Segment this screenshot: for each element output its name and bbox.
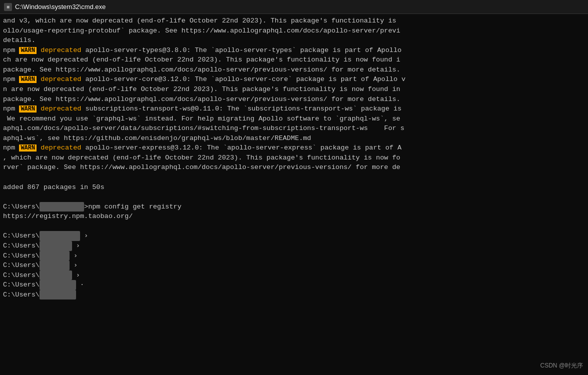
deprecated-1: deprecated [37,46,81,54]
warn-badge-1: WARN [19,47,37,54]
blurred-username-5 [40,260,70,270]
line-3: details. [3,36,585,46]
terminal-body: and v3, which are now deprecated (end-of… [0,14,588,375]
blurred-username-8 [40,290,76,300]
blurred-username-7 [40,280,76,290]
line-prompt-3: C:\Users\ › [3,251,585,261]
deprecated-4: deprecated [37,144,81,152]
line-6: package. See https://www.apollographql.c… [3,65,585,75]
line-prompt-cmd: C:\Users\ >npm config get registry [3,202,585,212]
line-registry: https://registry.npm.taobao.org/ [3,212,585,222]
line-2: ollo/usage-reporting-protobuf` package. … [3,26,585,36]
line-blank-3 [3,222,585,232]
line-prompt-2: C:\Users\ › [3,241,585,251]
line-prompt-4: C:\Users\ › [3,260,585,270]
window-title: C:\Windows\system32\cmd.exe [15,3,106,10]
line-prompt-6: C:\Users\ · [3,280,585,290]
blurred-username-4 [40,251,70,261]
deprecated-2: deprecated [37,76,81,83]
blurred-username-1 [40,202,84,212]
line-blank-2 [3,192,585,202]
line-13: aphql-ws`, see https://github.com/enisde… [3,134,585,144]
line-15: , which are now deprecated (end-of-life … [3,153,585,163]
warn-badge-2: WARN [19,76,37,83]
watermark: CSDN @时光序 [540,362,583,370]
line-prompt-1: C:\Users\ › [3,231,585,241]
line-7: npm WARN deprecated apollo-server-core@3… [3,74,585,84]
line-9: package. See https://www.apollographql.c… [3,94,585,104]
line-prompt-7: C:\Users\ [3,290,585,300]
cmd-icon: ■ [4,3,12,11]
line-11: We recommend you use `graphql-ws` instea… [3,114,585,124]
warn-badge-4: WARN [19,144,37,152]
line-5: ch are now deprecated (end-of-life Octob… [3,55,585,65]
line-prompt-5: C:\Users\ › [3,270,585,280]
line-blank-1 [3,172,585,182]
line-12: aphql.com/docs/apollo-server/data/subscr… [3,124,585,134]
line-14: npm WARN deprecated apollo-server-expres… [3,143,585,153]
line-1: and v3, which are now deprecated (end-of… [3,16,585,26]
line-4: npm WARN deprecated apollo-server-types@… [3,46,585,56]
blurred-username-2 [40,231,80,241]
title-bar: ■ C:\Windows\system32\cmd.exe [0,0,588,14]
deprecated-3: deprecated [37,105,81,112]
line-10: npm WARN deprecated subscriptions-transp… [3,104,585,114]
line-8: n are now deprecated (end-of-life Octobe… [3,84,585,94]
blurred-username-3 [40,241,72,251]
blurred-username-6 [40,270,72,280]
line-added: added 867 packages in 50s [3,182,585,192]
warn-badge-3: WARN [19,106,37,112]
line-16: rver` package. See https://www.apollogra… [3,162,585,172]
